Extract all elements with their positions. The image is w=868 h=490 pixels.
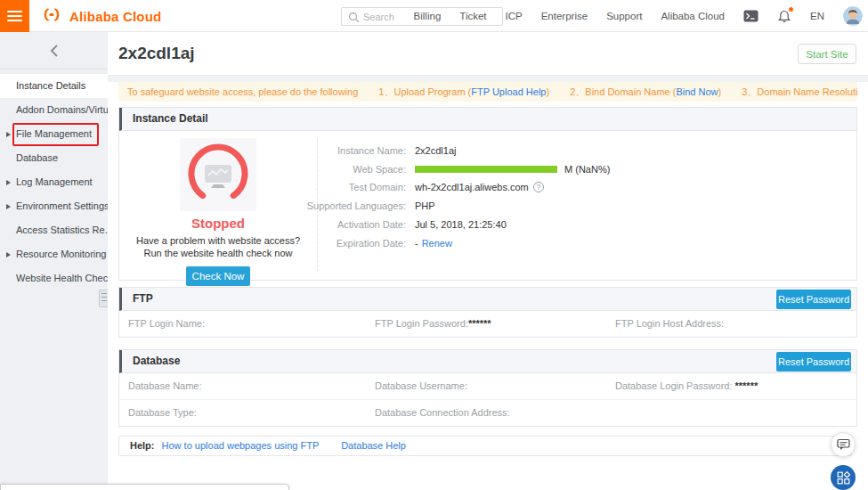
console-icon[interactable] xyxy=(743,10,758,22)
speech-bubble-icon xyxy=(837,438,850,451)
browser-status-tooltip xyxy=(0,484,289,490)
ftp-fields-row: FTP Login Name: FTP Login Password:*****… xyxy=(119,311,856,337)
database-header: Database Reset Password xyxy=(119,350,856,373)
sidebar-item-environment-settings[interactable]: Environment Settings xyxy=(0,194,108,218)
chevron-left-icon xyxy=(48,43,61,59)
ftp-upload-help-link[interactable]: FTP Upload Help xyxy=(471,86,546,97)
page-title: 2x2cdl1aj xyxy=(118,44,195,63)
sidebar-item-label: Log Management xyxy=(16,176,93,187)
instance-detail-body: Stopped Have a problem with website acce… xyxy=(119,131,856,281)
field-value: PHP xyxy=(415,199,435,213)
sidebar-item-label: Instance Details xyxy=(16,80,85,91)
database-reset-password-button[interactable]: Reset Password xyxy=(776,352,851,372)
nav-ticket[interactable]: Ticket xyxy=(459,11,486,21)
notice-step-3: 3、Domain Name Resolution (View Resolutio… xyxy=(742,86,857,97)
ftp-login-password-label: FTP Login Password:****** xyxy=(375,311,491,337)
field-instance-name: Instance Name: 2x2cdl1aj xyxy=(119,143,653,158)
nav-icp[interactable]: ICP xyxy=(506,11,523,21)
field-value: 2x2cdl1aj xyxy=(415,143,456,158)
question-circle-icon[interactable]: ? xyxy=(533,182,544,192)
database-connection-address-label: Database Connection Address: xyxy=(375,400,510,426)
sidebar: Instance Details Addon Domains/Virtua...… xyxy=(0,32,108,490)
ftp-upload-webpages-help-link[interactable]: How to upload webpages using FTP xyxy=(162,440,320,451)
renew-link[interactable]: Renew xyxy=(422,238,452,249)
notice-step-text: 3、Domain Name Resolution ( xyxy=(742,86,857,97)
sidebar-item-label: Resource Monitoring xyxy=(16,249,107,259)
sidebar-item-label: Access Statistics Re... xyxy=(16,225,108,235)
start-site-button[interactable]: Start Site xyxy=(798,44,856,64)
sidebar-item-website-health-check[interactable]: Website Health Check xyxy=(0,266,108,290)
alibaba-cloud-logo[interactable]: Alibaba Cloud xyxy=(39,0,161,32)
notice-intro: To safeguard website access, please do t… xyxy=(127,86,358,97)
database-type-label: Database Type: xyxy=(128,400,197,426)
nav-billing[interactable]: Billing xyxy=(414,11,442,21)
nav-alibaba-cloud[interactable]: Alibaba Cloud xyxy=(661,11,725,21)
sidebar-item-log-management[interactable]: Log Management xyxy=(0,170,108,194)
ftp-panel: FTP Reset Password FTP Login Name: FTP L… xyxy=(118,287,857,338)
sidebar-item-label: Database xyxy=(16,152,58,163)
database-username-label: Database Username: xyxy=(375,373,467,399)
field-label: Test Domain: xyxy=(228,180,406,194)
field-label: FTP Login Password: xyxy=(375,318,468,329)
help-bar: Help: How to upload webpages using FTP D… xyxy=(118,436,852,456)
database-name-label: Database Name: xyxy=(128,373,202,399)
notification-bell-icon[interactable] xyxy=(777,9,791,24)
sidebar-item-database[interactable]: Database xyxy=(0,146,108,170)
sidebar-item-label: Addon Domains/Virtua... xyxy=(16,104,108,115)
sidebar-item-instance-details[interactable]: Instance Details xyxy=(0,74,108,98)
quick-apps-button[interactable] xyxy=(831,465,856,490)
notice-step-1: 1、Upload Program (FTP Upload Help) xyxy=(378,86,549,97)
field-expiration-date: Expiration Date: -Renew xyxy=(119,236,653,250)
field-value: wh-2x2cdl1aj.aliwebs.com? xyxy=(415,180,544,194)
bind-now-link[interactable]: Bind Now xyxy=(676,86,718,97)
field-label: Activation Date: xyxy=(228,217,406,232)
notice-step-text: ) xyxy=(546,86,549,97)
panel-title: Instance Detail xyxy=(133,112,208,125)
database-panel: Database Reset Password Database Name: D… xyxy=(118,349,857,427)
field-activation-date: Activation Date: Jul 5, 2018, 21:25:40 xyxy=(119,217,653,232)
logo-text: Alibaba Cloud xyxy=(69,9,161,24)
sidebar-item-resource-monitoring[interactable]: Resource Monitoring xyxy=(0,242,108,266)
divider-strip xyxy=(108,75,868,82)
main-content: 2x2cdl1aj Start Site To safeguard websit… xyxy=(108,32,868,490)
search-icon xyxy=(348,12,360,23)
check-now-button[interactable]: Check Now xyxy=(186,266,250,286)
user-avatar[interactable] xyxy=(843,6,863,26)
sidebar-item-addon-domains[interactable]: Addon Domains/Virtua... xyxy=(0,98,108,122)
language-selector[interactable]: EN xyxy=(810,11,824,21)
notice-step-2: 2、Bind Domain Name (Bind Now) xyxy=(570,86,721,97)
database-row-1: Database Name: Database Username: Databa… xyxy=(119,373,856,399)
nav-support[interactable]: Support xyxy=(606,11,642,21)
sidebar-item-file-management[interactable]: File Management xyxy=(0,122,108,146)
feedback-button[interactable] xyxy=(831,432,856,457)
field-value: -Renew xyxy=(415,236,452,250)
ftp-login-host-label: FTP Login Host Address: xyxy=(615,311,724,337)
sidebar-menu: Instance Details Addon Domains/Virtua...… xyxy=(0,74,108,290)
field-web-space: Web Space: M (NaN%) xyxy=(119,162,653,176)
sidebar-collapse-button[interactable] xyxy=(0,32,108,69)
sidebar-item-label: Environment Settings xyxy=(16,200,108,211)
sidebar-drag-handle[interactable] xyxy=(99,290,108,307)
notice-step-text: ) xyxy=(718,86,721,97)
notification-dot xyxy=(789,7,793,12)
sidebar-item-label: File Management xyxy=(16,128,92,139)
nav-enterprise[interactable]: Enterprise xyxy=(541,11,588,21)
instance-detail-panel: Instance Detail Stopped Have a problem w… xyxy=(118,107,857,281)
app-grid-icon xyxy=(837,471,850,485)
ftp-reset-password-button[interactable]: Reset Password xyxy=(776,290,851,309)
instance-detail-header: Instance Detail xyxy=(119,108,856,131)
field-value: Jul 5, 2018, 21:25:40 xyxy=(415,217,507,232)
database-help-link[interactable]: Database Help xyxy=(341,440,406,451)
database-row-2: Database Type: Database Connection Addre… xyxy=(119,399,856,425)
page-title-bar: 2x2cdl1aj Start Site xyxy=(108,32,868,75)
field-label: Web Space: xyxy=(228,162,406,176)
sidebar-item-access-statistics[interactable]: Access Statistics Re... xyxy=(0,218,108,242)
caret-right-icon xyxy=(6,204,11,209)
hamburger-menu-icon[interactable] xyxy=(0,0,29,32)
web-space-progress-bar xyxy=(415,166,557,173)
field-test-domain: Test Domain: wh-2x2cdl1aj.aliwebs.com? xyxy=(119,180,653,194)
field-supported-languages: Supported Languages: PHP xyxy=(119,199,653,213)
notice-step-text: 1、Upload Program ( xyxy=(378,86,471,97)
sidebar-item-label: Website Health Check xyxy=(16,273,108,283)
expiration-value: - xyxy=(415,238,418,249)
